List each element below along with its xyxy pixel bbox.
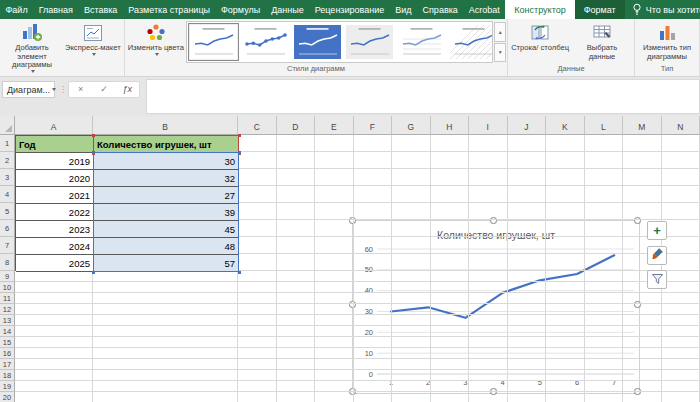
tell-me-box[interactable]: Что вы хотите сделать?: [625, 0, 700, 19]
column-header-L[interactable]: L: [585, 116, 624, 135]
column-header-J[interactable]: J: [508, 116, 547, 135]
row-header-3[interactable]: 3: [0, 169, 15, 186]
change-chart-type-icon: [657, 22, 677, 43]
cancel-button[interactable]: ×: [69, 82, 92, 97]
column-header-A[interactable]: A: [15, 116, 93, 135]
row-header-1[interactable]: 1: [0, 135, 15, 152]
column-header-D[interactable]: D: [277, 116, 316, 135]
tab-view[interactable]: Вид: [390, 0, 417, 19]
column-header-N[interactable]: N: [662, 116, 700, 135]
chart-style-thumbnail-3[interactable]: [292, 23, 343, 61]
tab-acrobat[interactable]: Acrobat: [463, 0, 505, 19]
column-header-E[interactable]: E: [315, 116, 354, 135]
row-header-12[interactable]: 12: [0, 304, 15, 315]
quick-layout-button[interactable]: Экспресс-макет: [63, 21, 123, 73]
column-header-F[interactable]: F: [354, 116, 393, 135]
row-header-5[interactable]: 5: [0, 203, 15, 220]
gallery-scroll-up-button[interactable]: ▲: [494, 22, 506, 42]
tab-file[interactable]: Файл: [0, 0, 33, 19]
row-header-7[interactable]: 7: [0, 237, 15, 254]
cell-value-2025[interactable]: 57: [94, 255, 239, 272]
tab-help[interactable]: Справка: [417, 0, 463, 19]
ribbon-group-styles: Изменить цвета▲▼Стили диаграмм: [125, 19, 508, 76]
tab-chart-design[interactable]: Конструктор: [505, 0, 574, 19]
tab-home[interactable]: Главная: [33, 0, 78, 19]
cell-value-2022[interactable]: 39: [94, 204, 239, 221]
row-header-4[interactable]: 4: [0, 186, 15, 203]
cell-year-2025[interactable]: 2025: [16, 255, 94, 272]
name-box[interactable]: Диаграм...: [2, 81, 55, 98]
row-header-10[interactable]: 10: [0, 282, 15, 293]
row-header-9[interactable]: 9: [0, 271, 15, 282]
ribbon-tabs: ФайлГлавнаяВставкаРазметка страницыФорму…: [0, 0, 625, 19]
chart-style-thumbnail-1[interactable]: [188, 23, 239, 61]
cell-year-2022[interactable]: 2022: [16, 204, 94, 221]
switch-row-column-button[interactable]: Строка/ столбец: [509, 21, 571, 63]
chart-style-thumbnail-5[interactable]: [396, 23, 447, 61]
column-header-H[interactable]: H: [431, 116, 470, 135]
row-header-14[interactable]: 14: [0, 326, 15, 337]
column-header-M[interactable]: M: [623, 116, 662, 135]
dropdown-caret-icon: [92, 53, 96, 56]
row-header-15[interactable]: 15: [0, 337, 15, 348]
column-header-G[interactable]: G: [392, 116, 431, 135]
row-header-17[interactable]: 17: [0, 359, 15, 370]
change-colors-button[interactable]: Изменить цвета: [126, 21, 186, 63]
column-header-I[interactable]: I: [469, 116, 508, 135]
cell-year-2021[interactable]: 2021: [16, 187, 94, 204]
add-chart-element-button[interactable]: Добавить элемент диаграммы: [1, 21, 63, 73]
enter-button[interactable]: ✓: [92, 82, 115, 97]
cell-b1-series-name[interactable]: Количество игрушек, шт: [94, 136, 239, 153]
formula-bar-grip[interactable]: ⋮: [59, 81, 67, 98]
cell-value-2023[interactable]: 45: [94, 221, 239, 238]
gallery-scroll: ▲▼: [493, 21, 506, 63]
row-header-16[interactable]: 16: [0, 348, 15, 359]
type-group-label: Тип: [635, 63, 699, 76]
cell-year-2019[interactable]: 2019: [16, 153, 94, 170]
chart-object[interactable]: 01020304050601234567 Количество игрушек,…: [352, 220, 640, 394]
cell-a1-god[interactable]: Год: [16, 136, 94, 153]
row-header-8[interactable]: 8: [0, 254, 15, 271]
column-header-K[interactable]: K: [546, 116, 585, 135]
cell-value-2024[interactable]: 48: [94, 238, 239, 255]
row-header-20[interactable]: 20: [0, 392, 15, 402]
tab-format[interactable]: Формат: [575, 0, 625, 19]
cell-year-2020[interactable]: 2020: [16, 170, 94, 187]
row-header-11[interactable]: 11: [0, 293, 15, 304]
formula-input[interactable]: [146, 79, 700, 114]
excel-window: ФайлГлавнаяВставкаРазметка страницыФорму…: [0, 0, 700, 402]
tab-page-layout[interactable]: Разметка страницы: [123, 0, 216, 19]
chart-style-thumbnail-4[interactable]: [344, 23, 395, 61]
name-box-dropdown-icon[interactable]: [52, 88, 56, 91]
add-chart-element-label: Добавить элемент диаграммы: [3, 44, 61, 70]
change-chart-type-button[interactable]: Изменить тип диаграммы: [636, 21, 698, 63]
chart-styles-button[interactable]: [647, 246, 667, 265]
cell-value-2021[interactable]: 27: [94, 187, 239, 204]
chart-filters-button[interactable]: [647, 270, 667, 289]
cell-value-2020[interactable]: 32: [94, 170, 239, 187]
column-header-C[interactable]: C: [238, 116, 277, 135]
ribbon-group-layouts: Добавить элемент диаграммыЭкспресс-макет…: [0, 19, 125, 76]
row-header-13[interactable]: 13: [0, 315, 15, 326]
tab-formulas[interactable]: Формулы: [216, 0, 266, 19]
cell-value-2019[interactable]: 30: [94, 153, 239, 170]
insert-function-button[interactable]: ƒx: [116, 82, 139, 97]
tab-data[interactable]: Данные: [266, 0, 310, 19]
chart-title[interactable]: Количество игрушек, шт: [353, 229, 639, 241]
chart-elements-button[interactable]: +: [647, 221, 667, 240]
select-all-corner[interactable]: [0, 116, 15, 135]
row-header-2[interactable]: 2: [0, 152, 15, 169]
cell-year-2023[interactable]: 2023: [16, 221, 94, 238]
row-header-6[interactable]: 6: [0, 220, 15, 237]
select-data-button[interactable]: Выбрать данные: [571, 21, 633, 63]
chart-style-thumbnail-6[interactable]: [448, 23, 493, 61]
tab-review[interactable]: Рецензирование: [309, 0, 390, 19]
tab-insert[interactable]: Вставка: [78, 0, 122, 19]
gallery-scroll-more-button[interactable]: ▼: [494, 43, 506, 63]
row-header-18[interactable]: 18: [0, 370, 15, 381]
row-header-19[interactable]: 19: [0, 381, 15, 392]
cell-year-2024[interactable]: 2024: [16, 238, 94, 255]
chart-style-thumbnail-2[interactable]: [240, 23, 291, 61]
tell-me-label: Что вы хотите сделать?: [646, 5, 700, 15]
column-header-B[interactable]: B: [93, 116, 238, 135]
